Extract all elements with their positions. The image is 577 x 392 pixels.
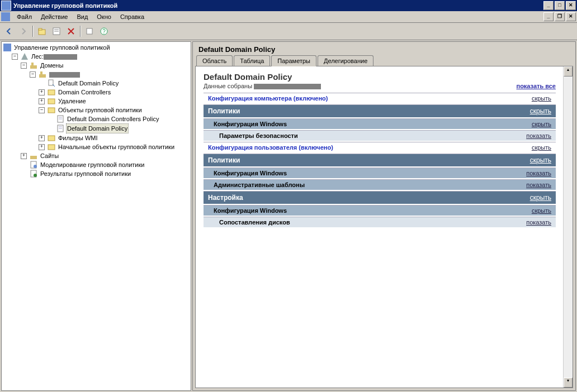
tab-details[interactable]: Таблица bbox=[234, 55, 270, 66]
report-row: Конфигурация компьютера (включено)скрыть bbox=[204, 93, 556, 103]
menu-action[interactable]: Действие bbox=[36, 12, 72, 21]
expand-icon[interactable]: + bbox=[39, 135, 45, 141]
tree-sites[interactable]: +Сайты bbox=[21, 151, 190, 160]
maximize-button[interactable]: □ bbox=[555, 1, 565, 10]
svg-rect-17 bbox=[48, 108, 55, 113]
expand-icon[interactable]: + bbox=[39, 144, 45, 150]
toggle-link[interactable]: скрыть bbox=[530, 194, 551, 202]
tree-domain[interactable]: − bbox=[30, 70, 190, 79]
domain-icon bbox=[38, 70, 47, 79]
tab-delegation[interactable]: Делегирование bbox=[318, 55, 373, 66]
help-button[interactable]: ? bbox=[97, 25, 111, 38]
redacted-text bbox=[254, 84, 321, 89]
collapse-icon[interactable]: − bbox=[12, 54, 18, 60]
toggle-link[interactable]: скрыть bbox=[532, 95, 551, 102]
mdi-restore-button[interactable]: ❐ bbox=[555, 12, 565, 21]
sites-icon bbox=[29, 151, 38, 160]
tree-dc[interactable]: +Domain Controllers bbox=[39, 88, 190, 97]
svg-point-30 bbox=[34, 174, 37, 177]
tree-pane[interactable]: Управление групповой политикой − Лес: bbox=[1, 41, 191, 391]
gpmc-icon bbox=[3, 43, 12, 52]
tree: Управление групповой политикой − Лес: bbox=[3, 43, 190, 178]
forward-button[interactable] bbox=[17, 25, 30, 38]
expand-icon[interactable]: + bbox=[39, 98, 45, 104]
section-header: Политики bbox=[208, 156, 240, 164]
tree-gpo-objects[interactable]: −Объекты групповой политики bbox=[39, 106, 190, 114]
toggle-link[interactable]: скрыть bbox=[530, 107, 551, 115]
collapse-icon[interactable]: − bbox=[30, 71, 36, 78]
gpo-link-icon bbox=[47, 79, 56, 88]
tab-scope[interactable]: Область bbox=[196, 55, 233, 66]
menu-help[interactable]: Справка bbox=[116, 12, 149, 21]
tree-del[interactable]: +Удаление bbox=[39, 97, 190, 106]
tree-domains[interactable]: − Домены bbox=[21, 61, 190, 70]
report: Default Domain Policy Данные собраны пок… bbox=[196, 66, 564, 234]
section-header: Конфигурация Windows bbox=[214, 170, 287, 176]
toggle-link[interactable]: скрыть bbox=[532, 207, 551, 214]
expand-icon[interactable]: + bbox=[39, 89, 45, 95]
section-header: Политики bbox=[208, 107, 240, 115]
app-menu-icon[interactable] bbox=[1, 12, 10, 21]
refresh-button[interactable] bbox=[83, 25, 96, 38]
wmi-icon bbox=[47, 133, 56, 142]
section-header: Конфигурация пользователя (включено) bbox=[208, 144, 333, 151]
detail-title: Default Domain Policy bbox=[193, 42, 575, 55]
close-button[interactable]: ✕ bbox=[566, 1, 576, 10]
back-button[interactable] bbox=[2, 25, 16, 38]
menubar: Файл Действие Вид Окно Справка _ ❐ ✕ bbox=[0, 11, 577, 23]
menu-file[interactable]: Файл bbox=[12, 12, 36, 21]
mdi-close-button[interactable]: ✕ bbox=[566, 12, 576, 21]
section-header: Сопоставления дисков bbox=[219, 219, 290, 226]
collapse-icon[interactable]: − bbox=[21, 63, 27, 69]
report-row: Настройкаскрыть bbox=[204, 191, 556, 204]
svg-rect-11 bbox=[31, 63, 34, 66]
gpo-icon bbox=[56, 114, 65, 123]
menu-window[interactable]: Окно bbox=[92, 12, 116, 21]
scroll-down-button[interactable]: ▾ bbox=[564, 377, 573, 388]
toggle-link[interactable]: показать bbox=[526, 132, 551, 139]
tabs: Область Таблица Параметры Делегирование bbox=[193, 55, 575, 66]
tree-ddcp[interactable]: Default Domain Controllers Policy bbox=[48, 114, 190, 123]
ou-icon bbox=[47, 97, 56, 106]
tree-wmi[interactable]: +Фильтры WMI bbox=[39, 133, 190, 142]
svg-rect-25 bbox=[48, 145, 55, 150]
tree-results[interactable]: Результаты групповой политики bbox=[21, 169, 190, 178]
svg-rect-16 bbox=[48, 99, 55, 104]
show-all-link[interactable]: показать все bbox=[517, 83, 556, 89]
svg-rect-13 bbox=[40, 71, 42, 75]
toggle-link[interactable]: показать bbox=[526, 181, 551, 188]
tree-modeling[interactable]: Моделирование групповой политики bbox=[21, 160, 190, 169]
expand-icon[interactable]: + bbox=[21, 153, 27, 159]
collapse-icon[interactable]: − bbox=[39, 107, 45, 113]
modeling-icon bbox=[29, 160, 38, 169]
properties-button[interactable] bbox=[50, 25, 63, 38]
section-header: Административные шаблоны bbox=[214, 181, 305, 188]
delete-button[interactable] bbox=[64, 25, 78, 38]
tree-starter[interactable]: +Начальные объекты групповой политики bbox=[39, 142, 190, 151]
mdi-minimize-button[interactable]: _ bbox=[543, 12, 554, 21]
report-row: Политикискрыть bbox=[204, 104, 556, 117]
tree-root[interactable]: Управление групповой политикой bbox=[3, 43, 190, 52]
section-header: Конфигурация Windows bbox=[214, 207, 287, 214]
scrollbar[interactable]: ▴ ▾ bbox=[563, 66, 573, 388]
section-header: Параметры безопасности bbox=[219, 132, 298, 139]
toggle-link[interactable]: скрыть bbox=[530, 156, 551, 164]
toggle-link[interactable]: показать bbox=[526, 219, 551, 226]
tree-ddp-link[interactable]: Default Domain Policy bbox=[39, 79, 190, 88]
svg-point-28 bbox=[34, 165, 37, 168]
gpo-icon bbox=[56, 124, 65, 133]
toggle-link[interactable]: скрыть bbox=[532, 121, 551, 127]
tree-forest[interactable]: − Лес: bbox=[12, 52, 190, 61]
scroll-up-button[interactable]: ▴ bbox=[564, 66, 573, 77]
tree-ddp-selected[interactable]: Default Domain Policy bbox=[48, 123, 190, 133]
domains-icon bbox=[29, 61, 38, 70]
minimize-button[interactable]: _ bbox=[543, 1, 554, 10]
tab-settings[interactable]: Параметры bbox=[271, 55, 316, 66]
starter-gpo-icon bbox=[47, 142, 56, 151]
report-row: Сопоставления дисковпоказать bbox=[204, 217, 556, 227]
menu-view[interactable]: Вид bbox=[72, 12, 92, 21]
svg-rect-24 bbox=[48, 136, 55, 141]
toggle-link[interactable]: скрыть bbox=[532, 144, 551, 151]
toggle-link[interactable]: показать bbox=[526, 170, 551, 176]
up-button[interactable] bbox=[35, 25, 49, 38]
